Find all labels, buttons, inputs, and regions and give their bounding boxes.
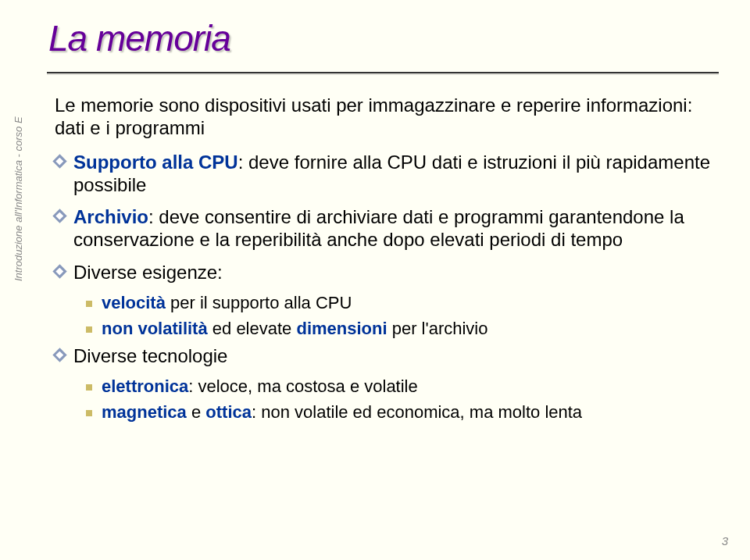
sub-term: ottica <box>205 402 252 422</box>
sub-bullet-velocita: velocità per il supporto alla CPU <box>55 293 711 314</box>
sub-text: ed elevate <box>208 319 297 338</box>
bullet-supporto-cpu: Supporto alla CPU: deve fornire alla CPU… <box>55 151 711 197</box>
slide-content: Le memorie sono dispositivi usati per im… <box>55 94 711 427</box>
sub-term: dimensioni <box>296 319 387 338</box>
sub-text: : non volatile ed economica, ma molto le… <box>252 402 582 422</box>
sub-text: per il supporto alla CPU <box>166 293 352 312</box>
bullet-term: Supporto alla CPU <box>73 152 238 173</box>
sub-bullet-elettronica: elettronica: veloce, ma costosa e volati… <box>55 376 711 398</box>
intro-paragraph: Le memorie sono dispositivi usati per im… <box>55 94 711 140</box>
slide: Introduzione all'Informatica - corso E L… <box>0 0 750 560</box>
sub-text: per l'archivio <box>388 319 488 338</box>
bullet-text: : deve consentire di archiviare dati e p… <box>73 206 684 250</box>
sidebar-course-label: Introduzione all'Informatica - corso E <box>12 116 24 281</box>
bullet-archivio: Archivio: deve consentire di archiviare … <box>55 205 711 251</box>
sub-term: elettronica <box>102 376 188 396</box>
bullet-term: Archivio <box>73 206 148 227</box>
slide-title: La memoria <box>48 17 230 59</box>
sub-bullet-magnetica-ottica: magnetica e ottica: non volatile ed econ… <box>55 402 711 423</box>
sub-term: velocità <box>102 293 166 312</box>
title-divider-shadow <box>47 73 719 75</box>
sub-bullet-volatilita: non volatilità ed elevate dimensioni per… <box>55 319 711 340</box>
sub-term: non volatilità <box>102 319 208 338</box>
page-number: 3 <box>722 534 728 548</box>
bullet-esigenze: Diverse esigenze: <box>55 261 711 284</box>
sub-text: e <box>187 402 205 422</box>
sub-text: : veloce, ma costosa e volatile <box>188 376 417 396</box>
sub-term: magnetica <box>102 402 187 422</box>
bullet-tecnologie: Diverse tecnologie <box>55 344 711 367</box>
